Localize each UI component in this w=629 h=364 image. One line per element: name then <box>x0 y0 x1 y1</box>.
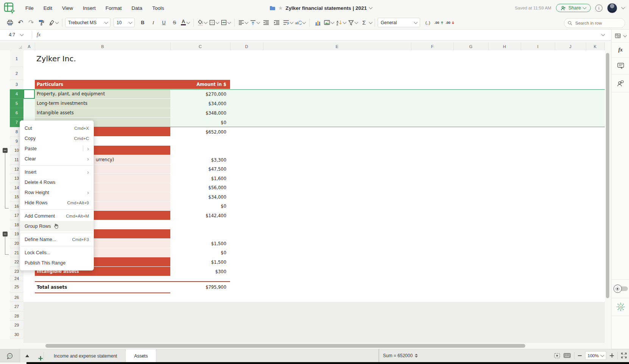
context-menu-item-hide-rows[interactable]: Hide RowsCmd+Alt+9 <box>20 198 93 208</box>
column-header-h[interactable]: H <box>488 42 521 50</box>
row-header-24[interactable]: 24 <box>10 276 23 281</box>
row-header-4[interactable]: 4 <box>10 89 23 99</box>
share-button[interactable]: Share <box>556 4 591 12</box>
active-cell-a4[interactable] <box>23 89 35 99</box>
zoom-level-select[interactable]: 100% <box>585 351 606 360</box>
sheet-list-button[interactable] <box>25 355 29 357</box>
name-box[interactable]: 4:7 <box>0 32 32 37</box>
cell-c20[interactable]: $1,500 <box>170 239 230 248</box>
row-header-1[interactable]: 1 <box>10 50 23 67</box>
context-menu-item-clear[interactable]: Clear› <box>20 154 93 164</box>
row-header-27[interactable]: 27 <box>10 302 23 311</box>
search-input[interactable] <box>575 20 614 26</box>
cell-c21[interactable]: $0 <box>170 248 230 257</box>
row-header-25[interactable]: 25 <box>10 281 23 293</box>
sum-chevron-icon[interactable] <box>369 20 373 24</box>
column-header-d[interactable]: D <box>230 42 263 50</box>
print-button[interactable] <box>6 18 14 28</box>
increase-indent-button[interactable] <box>272 18 281 28</box>
zia-assistant-button[interactable]: 24 <box>612 298 629 316</box>
column-headers[interactable]: ABCDEFGHIJK <box>23 42 605 51</box>
column-header-f[interactable]: F <box>411 42 454 50</box>
document-title[interactable]: Zylker financial statements | 2021 <box>286 5 367 11</box>
row-header-26[interactable]: 26 <box>10 293 23 302</box>
context-menu-item-row-height[interactable]: Row Height› <box>20 187 93 198</box>
bold-button[interactable]: B <box>139 18 147 28</box>
menu-format[interactable]: Format <box>106 5 122 11</box>
sum-button[interactable]: Σ <box>360 18 368 28</box>
cell-c17[interactable]: $142,400 <box>170 211 230 220</box>
avatar[interactable] <box>607 3 617 13</box>
search-in-row[interactable] <box>564 18 625 28</box>
increase-decimal-button[interactable]: .00 <box>434 18 444 28</box>
cell-c13[interactable]: $1,600 <box>170 174 230 183</box>
underline-button[interactable]: U <box>160 18 168 28</box>
font-family-select[interactable]: Trebuchet MS <box>65 18 111 27</box>
functions-panel-button[interactable]: fx <box>612 43 629 58</box>
row-header-29[interactable]: 29 <box>10 320 23 330</box>
cell-c15[interactable]: $34,000 <box>170 192 230 202</box>
menu-edit[interactable]: Edit <box>44 5 52 11</box>
menu-view[interactable]: View <box>62 5 73 11</box>
column-header-c[interactable]: C <box>170 42 230 50</box>
row-header-2[interactable]: 2 <box>10 67 23 80</box>
vertical-scrollbar[interactable] <box>606 53 609 298</box>
spreadsheet-grid[interactable]: Zylker Inc.ParticularsAmount in $Propert… <box>23 50 605 343</box>
decrease-decimal-button[interactable]: .00 <box>446 18 455 28</box>
app-logo-icon[interactable] <box>4 2 15 14</box>
cell-c8[interactable]: $652,000 <box>170 127 230 137</box>
collapse-group-1-button[interactable] <box>3 148 8 153</box>
column-header-e[interactable]: E <box>263 42 411 50</box>
zoom-out-button[interactable] <box>578 355 582 356</box>
account-chevron-down-icon[interactable] <box>621 6 625 9</box>
selection-sum-status[interactable]: Sum = 652000 <box>378 349 418 362</box>
info-icon[interactable]: i <box>595 5 603 12</box>
menu-data[interactable]: Data <box>132 5 143 11</box>
borders-button[interactable] <box>209 18 219 28</box>
cell-c16[interactable]: $0 <box>170 202 230 211</box>
menu-insert[interactable]: Insert <box>83 5 96 11</box>
row-header-6[interactable]: 6 <box>10 108 23 118</box>
folder-icon[interactable] <box>269 6 276 11</box>
row-header-28[interactable]: 28 <box>10 311 23 320</box>
cell-c22[interactable]: $1,500 <box>170 257 230 267</box>
row-header-5[interactable]: 5 <box>10 99 23 108</box>
text-rotate-button[interactable]: ab <box>295 18 305 28</box>
comma-format-button[interactable]: (,) <box>424 18 432 28</box>
dark-mode-toggle[interactable] <box>612 279 629 298</box>
fullscreen-button[interactable] <box>621 353 627 358</box>
cell-c11[interactable]: $3,300 <box>170 155 230 165</box>
context-menu-item-delete-4-rows[interactable]: Delete 4 Rows <box>20 177 93 187</box>
insert-image-button[interactable] <box>324 18 334 28</box>
column-header-i[interactable]: I <box>521 42 555 50</box>
sheet-view-button[interactable] <box>612 30 629 43</box>
cell-c12[interactable]: $47,500 <box>170 165 230 174</box>
strikethrough-button[interactable]: S <box>170 18 179 28</box>
column-header-g[interactable]: G <box>453 42 489 50</box>
formula-bar-chevron-icon[interactable] <box>601 33 605 36</box>
cell-c14[interactable]: $56,000 <box>170 183 230 192</box>
column-header-b[interactable]: B <box>35 42 171 50</box>
sheet-tab-income-and-expense-statement[interactable]: Income and expense statement <box>45 349 126 362</box>
row-header-30[interactable]: 30 <box>10 330 23 339</box>
column-header-k[interactable]: K <box>586 42 605 50</box>
zoom-in-button[interactable] <box>610 353 614 358</box>
text-wrap-button[interactable] <box>283 18 293 28</box>
horizontal-scrollbar[interactable] <box>45 344 525 348</box>
comments-panel-button[interactable] <box>612 58 629 75</box>
font-size-select[interactable]: 10 <box>114 18 135 27</box>
context-menu-item-cut[interactable]: CutCmd+X <box>20 123 93 133</box>
redo-button[interactable]: ↷ <box>27 18 35 28</box>
context-menu-item-paste[interactable]: Paste› <box>20 143 93 154</box>
discuss-button[interactable] <box>0 349 20 362</box>
decrease-indent-button[interactable] <box>262 18 270 28</box>
column-header-j[interactable]: J <box>555 42 586 50</box>
merge-cells-button[interactable] <box>221 18 230 28</box>
context-menu-item-lock-cells[interactable]: Lock Cells... <box>20 247 93 258</box>
italic-button[interactable]: I <box>149 18 157 28</box>
font-color-button[interactable]: A <box>181 18 190 28</box>
vertical-align-button[interactable] <box>250 18 260 28</box>
title-chevron-down-icon[interactable] <box>369 6 373 9</box>
fill-color-button[interactable] <box>198 18 207 28</box>
cell-c25[interactable]: $795,900 <box>170 281 230 293</box>
